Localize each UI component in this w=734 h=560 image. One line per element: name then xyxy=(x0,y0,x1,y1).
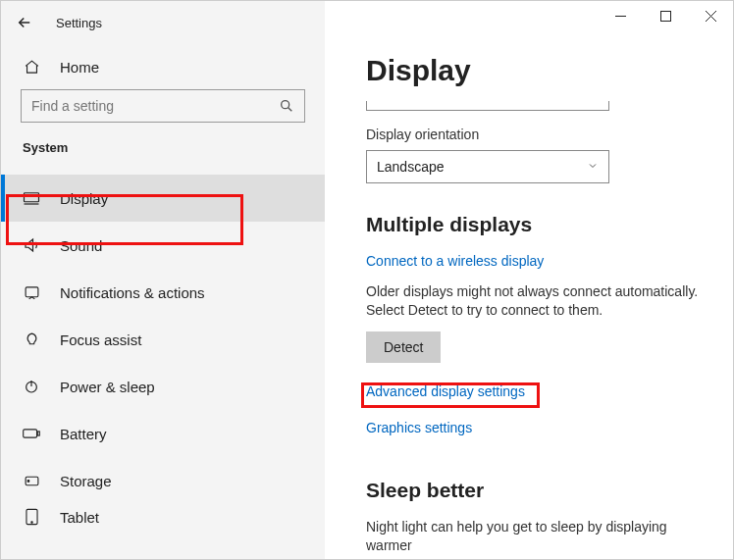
sidebar-item-power-sleep[interactable]: Power & sleep xyxy=(1,363,325,410)
svg-rect-4 xyxy=(24,430,37,437)
tablet-icon xyxy=(23,508,40,526)
page-title: Display xyxy=(366,54,704,87)
category-title: System xyxy=(1,140,325,175)
sidebar-item-tablet[interactable]: Tablet xyxy=(1,504,325,530)
orientation-label: Display orientation xyxy=(366,127,704,142)
chevron-down-icon xyxy=(587,159,599,175)
app-title: Settings xyxy=(56,16,102,30)
back-button[interactable] xyxy=(15,13,34,32)
home-nav[interactable]: Home xyxy=(1,44,325,89)
svg-rect-2 xyxy=(26,286,38,296)
nav-list: Display Sound Notifications & actions Fo… xyxy=(1,175,325,530)
focus-assist-icon xyxy=(23,331,40,348)
multiple-displays-title: Multiple displays xyxy=(366,213,704,236)
home-icon xyxy=(23,58,40,76)
storage-icon xyxy=(23,472,40,489)
sidebar-item-label: Battery xyxy=(60,426,107,442)
sidebar-item-battery[interactable]: Battery xyxy=(1,410,325,457)
sidebar-item-notifications[interactable]: Notifications & actions xyxy=(1,269,325,316)
svg-rect-5 xyxy=(37,432,39,435)
graphics-settings-link[interactable]: Graphics settings xyxy=(366,420,472,435)
maximize-button[interactable] xyxy=(643,1,688,30)
sidebar: Settings Home System Display xyxy=(1,1,325,559)
display-icon xyxy=(23,189,40,207)
sleep-better-title: Sleep better xyxy=(366,479,704,502)
svg-rect-1 xyxy=(25,193,39,202)
slider-placeholder xyxy=(366,101,609,111)
older-displays-text: Older displays might not always connect … xyxy=(366,282,704,320)
search-input-container[interactable] xyxy=(21,89,305,123)
sidebar-item-label: Focus assist xyxy=(60,331,141,348)
sidebar-item-label: Storage xyxy=(60,473,112,489)
svg-point-9 xyxy=(30,522,31,523)
search-input[interactable] xyxy=(31,98,279,114)
orientation-select[interactable]: Landscape xyxy=(366,150,609,183)
search-icon xyxy=(279,98,294,114)
power-icon xyxy=(23,378,40,395)
sleep-better-text: Night light can help you get to sleep by… xyxy=(366,518,704,555)
detect-button[interactable]: Detect xyxy=(366,331,441,363)
orientation-value: Landscape xyxy=(377,159,445,175)
sidebar-item-display[interactable]: Display xyxy=(1,175,325,222)
notifications-icon xyxy=(23,283,40,301)
svg-point-7 xyxy=(27,480,29,482)
close-button[interactable] xyxy=(688,1,733,30)
sidebar-item-storage[interactable]: Storage xyxy=(1,457,325,504)
sidebar-item-label: Notifications & actions xyxy=(60,284,205,301)
battery-icon xyxy=(23,425,40,442)
minimize-button[interactable] xyxy=(598,1,643,30)
wireless-display-link[interactable]: Connect to a wireless display xyxy=(366,253,544,269)
sidebar-item-label: Tablet xyxy=(60,509,99,526)
advanced-display-link[interactable]: Advanced display settings xyxy=(366,383,525,399)
sound-icon xyxy=(23,236,40,254)
sidebar-item-focus-assist[interactable]: Focus assist xyxy=(1,316,325,363)
sidebar-item-label: Display xyxy=(60,190,108,207)
svg-point-0 xyxy=(282,101,289,109)
main-content: Display Display orientation Landscape Mu… xyxy=(325,1,733,559)
home-label: Home xyxy=(60,59,99,76)
sidebar-item-sound[interactable]: Sound xyxy=(1,222,325,269)
sidebar-item-label: Sound xyxy=(60,237,102,254)
svg-rect-10 xyxy=(660,11,670,21)
sidebar-item-label: Power & sleep xyxy=(60,379,155,395)
